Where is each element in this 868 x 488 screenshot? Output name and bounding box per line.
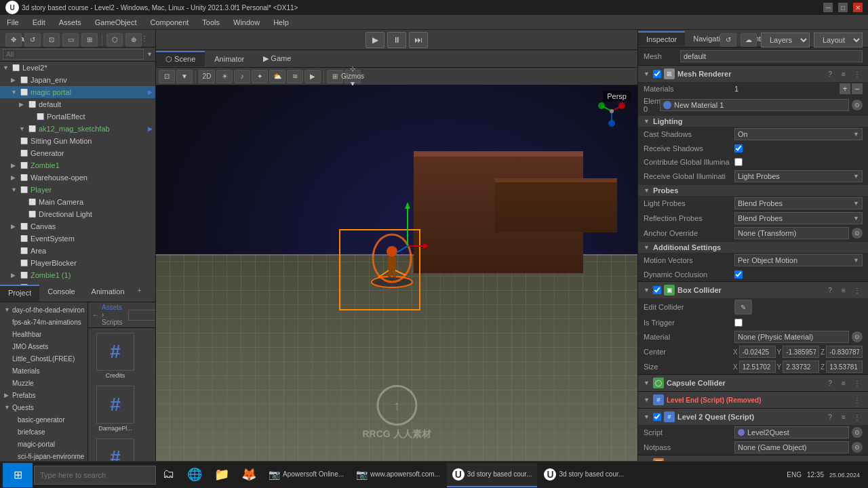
level2-quest-menu-btn[interactable]: ⋮ — [852, 411, 863, 422]
maximize-button[interactable]: □ — [838, 3, 848, 12]
menu-component[interactable]: Component — [143, 17, 195, 28]
dynamic-occlusion-checkbox[interactable] — [734, 270, 743, 279]
asset-damagepl[interactable]: # DamagePl... — [91, 384, 140, 434]
size-z[interactable] — [826, 361, 863, 373]
is-trigger-checkbox[interactable] — [734, 319, 743, 327]
center-z[interactable] — [826, 346, 863, 358]
tree-item-canvas[interactable]: ▶ ⬜ Canvas — [0, 220, 155, 232]
close-button[interactable]: ✕ — [853, 3, 863, 12]
tree-item-player-blocker[interactable]: ⬜ PlayerBlocker — [0, 257, 155, 269]
asset-enemyco[interactable]: # EnemyCo... — [91, 436, 140, 461]
tree-item-ak12-mag[interactable]: ▼ ⬜ ak12_mag_sketchfab ▶ — [0, 123, 155, 135]
scene-fog-btn[interactable]: ≋ — [287, 70, 303, 83]
taskbar-app-unity2[interactable]: U 3d story based cour... — [538, 463, 629, 487]
folder-materials[interactable]: Materials — [0, 365, 87, 377]
level2-quest-enable[interactable] — [653, 413, 661, 421]
toolbar-rotate-btn[interactable]: ↺ — [24, 33, 41, 47]
tree-item-default[interactable]: ▶ ⬜ default — [0, 98, 155, 110]
capsule-menu-btn[interactable]: ⋮ — [852, 378, 863, 388]
tree-item-zombie1[interactable]: ▶ ⬜ Zombie1 — [0, 159, 155, 171]
tree-item-magic-portal[interactable]: ▼ ⬜ magic portal ▶ — [0, 86, 155, 98]
contribute-gi-checkbox[interactable] — [734, 158, 743, 166]
menu-assets[interactable]: Assets — [52, 17, 88, 28]
receive-gi-dropdown[interactable]: Light Probes ▼ — [734, 170, 863, 182]
comp-preset-btn[interactable]: ≡ — [838, 68, 849, 79]
taskbar-app-apowersoft[interactable]: 📷 Apowersoft Online... — [263, 463, 349, 487]
tab-scene[interactable]: ⬡ Scene — [156, 51, 205, 66]
tab-inspector[interactable]: Inspector — [638, 31, 685, 46]
tree-item-japan-env[interactable]: ▶ ⬜ Japan_env — [0, 74, 155, 86]
tree-item-portal-effect[interactable]: ⬜ PortalEffect — [0, 110, 155, 123]
toolbar-custom2-btn[interactable]: ⊕ — [125, 33, 142, 47]
collider-material-target-btn[interactable]: ⊙ — [852, 331, 863, 342]
box-collider-enable[interactable] — [653, 286, 661, 294]
folder-magic-portal[interactable]: magic-portal — [0, 438, 87, 450]
scene-shading-mode[interactable]: ▼ — [176, 70, 193, 83]
tree-item-player[interactable]: ▼ ⬜ Player — [0, 184, 155, 196]
scene-fx-btn[interactable]: ✦ — [252, 70, 268, 83]
project-add-button[interactable]: + — [134, 285, 145, 296]
tree-item-sitting-gun[interactable]: ⬜ Sitting Gun Motion — [0, 135, 155, 147]
tab-animation[interactable]: Animation — [83, 285, 133, 302]
level2-quest-info-btn[interactable]: ? — [825, 411, 835, 422]
menu-window[interactable]: Window — [226, 17, 267, 28]
toolbar-move-btn[interactable]: ✥ — [5, 33, 22, 47]
layout-dropdown[interactable]: Layout — [814, 33, 863, 47]
collider-info-btn[interactable]: ? — [825, 285, 835, 296]
toolbar-scale-btn[interactable]: ⊡ — [43, 33, 60, 47]
tree-item-level2[interactable]: ▼ ⬜ Level2* — [0, 62, 155, 74]
scene-anim-btn[interactable]: ▶ — [304, 70, 321, 83]
tree-item-dir-light[interactable]: ⬜ Directional Light — [0, 208, 155, 220]
scene-gizmos-btn[interactable]: ⊹ Gizmos ▼ — [344, 70, 361, 83]
taskbar-search[interactable] — [34, 466, 156, 485]
folder-little-ghost[interactable]: Little_GhostL(FREE) — [0, 352, 87, 365]
materials-add-btn[interactable]: + — [840, 83, 850, 94]
folder-quests[interactable]: ▼ Quests — [0, 401, 87, 413]
probes-subsection-header[interactable]: ▼ Probes — [638, 185, 868, 196]
capsule-preset-btn[interactable]: ≡ — [838, 378, 849, 388]
center-y[interactable] — [783, 346, 819, 358]
taskbar-app-apowersoft2[interactable]: 📷 www.apowersoft.com... — [351, 463, 446, 487]
anchor-override-target-btn[interactable]: ⊙ — [852, 228, 863, 239]
breadcrumb-scripts[interactable]: Scripts — [102, 319, 123, 326]
tab-animator[interactable]: Animator — [205, 52, 254, 66]
edit-collider-btn[interactable]: ✎ — [734, 300, 752, 314]
breadcrumb-assets[interactable]: Assets — [102, 304, 122, 311]
taskbar-app-folder[interactable]: 📁 — [209, 463, 235, 487]
level2-quest-preset-btn[interactable]: ≡ — [838, 411, 849, 422]
scene-light-btn[interactable]: ☀ — [216, 70, 233, 83]
folder-prefabs[interactable]: ▶ Prefabs — [0, 389, 87, 401]
project-back-button[interactable]: ← — [92, 310, 99, 321]
folder-briefcase[interactable]: briefcase — [0, 426, 87, 438]
capsule-collider-header[interactable]: ▼ ◯ Capsule Collider ? ≡ ⋮ — [638, 375, 868, 391]
cloud-icon[interactable]: ☁ — [741, 33, 757, 47]
menu-gameobject[interactable]: GameObject — [88, 17, 144, 28]
hierarchy-search[interactable] — [3, 49, 144, 60]
new-material-header[interactable]: ▼ ⬜ New Material 1 (Material) ? ≡ ⋮ — [638, 455, 868, 461]
layers-dropdown[interactable]: Layers — [761, 33, 810, 47]
folder-jmo-assets[interactable]: JMO Assets — [0, 340, 87, 352]
removed-menu-btn[interactable]: ⋮ — [852, 394, 863, 405]
comp-menu-btn[interactable]: ⋮ — [852, 68, 863, 79]
undo-icon[interactable]: ↺ — [720, 33, 736, 47]
cast-shadows-dropdown[interactable]: On ▼ — [734, 128, 863, 140]
taskbar-app-edge[interactable]: 🌐 — [182, 463, 208, 487]
folder-sci-fi-japan[interactable]: sci-fi-japan-environme — [0, 450, 87, 461]
project-search[interactable] — [128, 310, 155, 321]
scene-skybox-btn[interactable]: ⛅ — [269, 70, 285, 83]
comp-info-btn[interactable]: ? — [825, 68, 835, 79]
collider-preset-btn[interactable]: ≡ — [838, 285, 849, 296]
tree-item-area[interactable]: ⬜ Area — [0, 245, 155, 257]
folder-fps-ak74m[interactable]: fps-ak-74m-animations — [0, 316, 87, 328]
materials-remove-btn[interactable]: – — [852, 83, 863, 94]
toolbar-custom1-btn[interactable]: ⬡ — [106, 33, 123, 47]
taskbar-app-unity1[interactable]: U 3d story based cour... — [447, 463, 538, 487]
tab-console[interactable]: Console — [39, 285, 83, 302]
lighting-subsection-header[interactable]: ▼ Lighting — [638, 116, 868, 127]
folder-basic-gen[interactable]: basic-generator — [0, 413, 87, 426]
tab-project[interactable]: Project — [0, 285, 39, 302]
mesh-renderer-header[interactable]: ▼ ⊞ Mesh Renderer ? ≡ ⋮ — [638, 66, 868, 82]
folder-day-of-dead[interactable]: ▼ day-of-the-dead-environ — [0, 304, 87, 316]
start-button[interactable]: ⊞ — [3, 463, 33, 487]
step-button[interactable]: ⏭ — [409, 32, 428, 48]
